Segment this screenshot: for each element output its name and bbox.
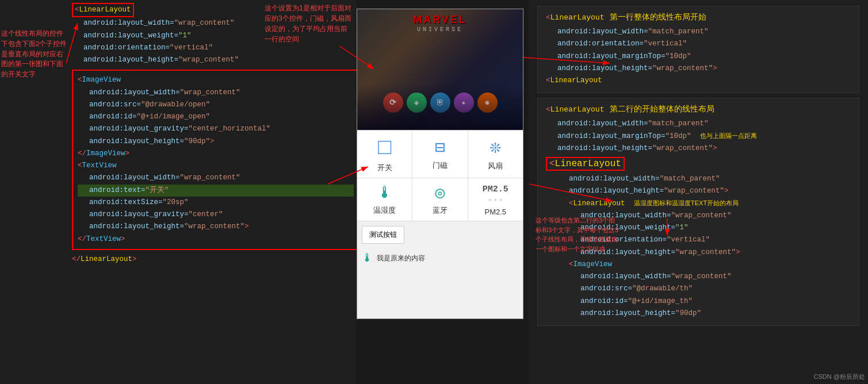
grid-cell-pm[interactable]: PM2.5 ··· PM2.5 xyxy=(468,178,523,221)
tv-width: android:layout_width="wrap_content" xyxy=(78,172,354,184)
tv-gravity: android:layout_gravity="center" xyxy=(78,209,354,221)
tv-text: android:text="开关" xyxy=(78,185,354,197)
right-bottom-annotation: 这个等级包含第二行的3个图标和3个文字，其中每个包含3个子线性布局，子线性数据由… xyxy=(536,216,619,254)
inner-attr2: android:layout_height="wrap_content"> xyxy=(546,185,851,197)
grid-cell-door[interactable]: ⊟ 门磁 xyxy=(412,130,468,178)
tv-size: android:textSize="20sp" xyxy=(78,197,354,209)
rt-attr1: android:layout_width="match_parent" xyxy=(546,26,851,38)
textview-end: </TextView> xyxy=(78,233,354,245)
imageview-block: <ImageView android:layout_width="wrap_co… xyxy=(72,70,360,250)
attr-layout-weight: android:layout_weight="1" xyxy=(72,30,360,42)
rt-attr4: android:layout_height="wrap_content"> xyxy=(546,63,851,75)
pm-icon: PM2.5 xyxy=(483,185,508,194)
temp-icon: 🌡 xyxy=(377,186,393,202)
sub-comment: 温湿度图标和温湿度TEXT开始的布局 xyxy=(634,199,739,206)
rb-attr3: android:layout_height="wrap_content"> xyxy=(546,143,851,155)
temp-label: 温湿度 xyxy=(373,205,396,216)
linearlayout-tag: <LinearLayout xyxy=(72,3,360,17)
right-bottom-block: <LinearLayout 第二行的开始整体的线性布局 android:layo… xyxy=(537,98,859,326)
rt-attr2: android:orientation="vertical" xyxy=(546,38,851,50)
rb-iv-attr1: android:layout_width="wrap_content" xyxy=(546,271,851,283)
rb-iv-attr4: android:layout_height="90dp" xyxy=(546,308,851,320)
rb-attr2: android:layout_marginTop="10dp" 也与上面隔一点距… xyxy=(546,130,851,143)
bt-label: 蓝牙 xyxy=(433,205,448,216)
left-annotation: 这个线性布局的控件下包含下面2个子控件是垂直布局的对应右图的第一张图和下面的开关… xyxy=(1,29,69,80)
tv-height: android:layout_height="wrap_content"> xyxy=(78,221,354,233)
rt-attr3: android:layout_marginTop="10dp" xyxy=(546,51,851,63)
fan-icon: ❊ xyxy=(490,139,501,158)
top-block-header: <LinearLayout 第一行整体的线性布局开始 xyxy=(546,12,851,22)
right-top-block: <LinearLayout 第一行整体的线性布局开始 android:layou… xyxy=(537,6,859,93)
grid-row-2: 🌡 温湿度 ◎ 蓝牙 PM2.5 ··· PM2.5 xyxy=(357,178,523,221)
content-text: 我是原来的内容 xyxy=(377,254,425,263)
linearlayout-highlight: <LinearLayout xyxy=(72,3,134,17)
rb-attr1: android:layout_width="match_parent" xyxy=(546,118,851,130)
universe-text: UNIVERSE xyxy=(417,26,463,33)
imageview-end: </ImageView> xyxy=(78,148,354,160)
attr-layout-height: android:layout_height="wrap_content" xyxy=(72,54,360,66)
door-icon: ⊟ xyxy=(435,140,445,157)
iv-gravity: android:layout_gravity="center_horizonta… xyxy=(78,123,354,135)
grid-cell-fan[interactable]: ❊ 风扇 xyxy=(468,130,523,178)
left-code-panel: 这个线性布局的控件下包含下面2个子控件是垂直布局的对应右图的第一张图和下面的开关… xyxy=(0,0,357,384)
rb-attr2-annotation: 也与上面隔一点距离 xyxy=(700,132,757,139)
rb-imageview-tag: <ImageView xyxy=(546,259,851,271)
iv-id: android:id="@+id/image_open" xyxy=(78,111,354,123)
rt-linearlayout-close: <LinearLayout xyxy=(546,75,851,87)
rb-iv-attr2: android:src="@drawable/th" xyxy=(546,283,851,295)
textview-tag: <TextView xyxy=(78,160,354,172)
test-button-container: 测试按钮 xyxy=(357,221,523,248)
gradient-overlay xyxy=(357,84,523,130)
bottom-block-header: <LinearLayout 第二行的开始整体的线性布局 xyxy=(546,104,851,114)
top-block-title: 第一行整体的线性布局开始 xyxy=(610,12,706,22)
right-code-panel: <LinearLayout 第一行整体的线性布局开始 android:layou… xyxy=(529,0,868,384)
left-code-block: <LinearLayout android:layout_width="wrap… xyxy=(72,3,360,266)
marvel-logo: MARVEL xyxy=(413,14,467,26)
grid-row-1: □ 开关 ⊟ 门磁 ❊ 风扇 xyxy=(357,130,523,178)
sub-linearlayout-tag: <LinearLayout 温湿度图标和温湿度TEXT开始的布局 xyxy=(546,198,851,210)
grid-cell-switch[interactable]: □ 开关 xyxy=(357,130,412,178)
grid-section: □ 开关 ⊟ 门磁 ❊ 风扇 🌡 温湿度 ◎ 蓝牙 PM2.5 xyxy=(357,130,523,221)
th-icon: 🌡 xyxy=(362,251,373,265)
inner-linearlayout-highlight: <LinearLayout xyxy=(546,157,625,171)
content-row: 🌡 我是原来的内容 xyxy=(357,248,523,268)
watermark: CSDN @粉辰所处 xyxy=(814,373,865,381)
bt-icon: ◎ xyxy=(435,186,445,202)
imageview-tag: <ImageView xyxy=(78,74,354,86)
inner-attr1: android:layout_width="match_parent" xyxy=(546,173,851,185)
app-mockup: MARVEL UNIVERSE ⟳ ◈ ⛨ ✦ ◉ □ 开关 ⊟ 门磁 ❊ xyxy=(357,9,523,319)
linearlayout-end: </LinearLayout> xyxy=(72,254,360,266)
left-code-container: <LinearLayout android:layout_width="wrap… xyxy=(72,3,360,266)
switch-icon: □ xyxy=(378,137,391,159)
grid-cell-temp[interactable]: 🌡 温湿度 xyxy=(357,178,412,221)
bottom-block-title: 第二行的开始整体的线性布局 xyxy=(610,104,714,114)
door-label: 门磁 xyxy=(433,160,448,171)
iv-height: android:layout_height="90dp"> xyxy=(78,136,354,148)
iv-width: android:layout_width="wrap_content" xyxy=(78,87,354,99)
pm-dots: ··· xyxy=(487,195,504,205)
fan-label: 风扇 xyxy=(488,161,503,171)
app-header-image: MARVEL UNIVERSE ⟳ ◈ ⛨ ✦ ◉ xyxy=(357,9,523,130)
attr-layout-width: android:layout_width="wrap_content" xyxy=(72,17,360,29)
pm-label: PM2.5 xyxy=(485,208,507,216)
attr-orientation: android:orientation="vertical" xyxy=(72,42,360,54)
test-button[interactable]: 测试按钮 xyxy=(362,226,404,244)
switch-label: 开关 xyxy=(377,163,392,173)
grid-cell-bt[interactable]: ◎ 蓝牙 xyxy=(412,178,468,221)
iv-src: android:src="@drawable/open" xyxy=(78,99,354,111)
rb-iv-attr3: android:id="@+id/image_th" xyxy=(546,295,851,308)
